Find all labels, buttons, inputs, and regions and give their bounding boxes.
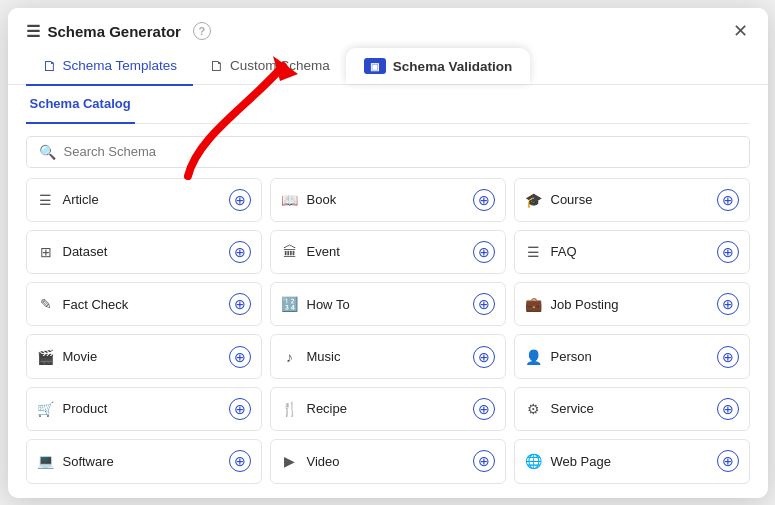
schema-card-product[interactable]: 🛒 Product ⊕ <box>26 387 262 431</box>
schema-card-left-person: 👤 Person <box>525 349 592 365</box>
book-add-button[interactable]: ⊕ <box>473 189 495 211</box>
person-add-button[interactable]: ⊕ <box>717 346 739 368</box>
course-label: Course <box>551 192 593 207</box>
schema-card-left-article: ☰ Article <box>37 192 99 208</box>
book-icon: 📖 <box>281 192 299 208</box>
job-posting-label: Job Posting <box>551 297 619 312</box>
job-posting-add-button[interactable]: ⊕ <box>717 293 739 315</box>
faq-add-button[interactable]: ⊕ <box>717 241 739 263</box>
product-icon: 🛒 <box>37 401 55 417</box>
search-icon: 🔍 <box>39 144 56 160</box>
schema-card-event[interactable]: 🏛 Event ⊕ <box>270 230 506 274</box>
course-icon: 🎓 <box>525 192 543 208</box>
help-icon[interactable]: ? <box>193 22 211 40</box>
music-icon: ♪ <box>281 349 299 365</box>
movie-add-button[interactable]: ⊕ <box>229 346 251 368</box>
schema-card-left-software: 💻 Software <box>37 453 114 469</box>
software-icon: 💻 <box>37 453 55 469</box>
close-button[interactable]: ✕ <box>731 22 750 40</box>
schema-card-how-to[interactable]: 🔢 How To ⊕ <box>270 282 506 326</box>
tab-schema-templates[interactable]: 🗋 Schema Templates <box>26 47 194 86</box>
schema-card-left-how-to: 🔢 How To <box>281 296 350 312</box>
search-bar[interactable]: 🔍 <box>26 136 750 168</box>
schema-card-left-recipe: 🍴 Recipe <box>281 401 347 417</box>
service-icon: ⚙ <box>525 401 543 417</box>
modal-title-text: Schema Generator <box>48 23 181 40</box>
dataset-icon: ⊞ <box>37 244 55 260</box>
schema-card-left-book: 📖 Book <box>281 192 337 208</box>
schema-templates-icon: 🗋 <box>42 57 57 74</box>
movie-icon: 🎬 <box>37 349 55 365</box>
schema-card-dataset[interactable]: ⊞ Dataset ⊕ <box>26 230 262 274</box>
service-add-button[interactable]: ⊕ <box>717 398 739 420</box>
modal-title: ☰ Schema Generator ? <box>26 22 211 41</box>
course-add-button[interactable]: ⊕ <box>717 189 739 211</box>
schema-card-fact-check[interactable]: ✎ Fact Check ⊕ <box>26 282 262 326</box>
schema-validation-label: Schema Validation <box>393 59 512 74</box>
schema-validation-icon: ▣ <box>364 58 386 74</box>
modal-header: ☰ Schema Generator ? ✕ <box>8 8 768 41</box>
software-add-button[interactable]: ⊕ <box>229 450 251 472</box>
schema-card-left-service: ⚙ Service <box>525 401 594 417</box>
schema-card-music[interactable]: ♪ Music ⊕ <box>270 334 506 378</box>
fact-check-add-button[interactable]: ⊕ <box>229 293 251 315</box>
schema-generator-icon: ☰ <box>26 22 40 41</box>
how-to-icon: 🔢 <box>281 296 299 312</box>
catalog-section: Schema Catalog <box>8 85 768 124</box>
recipe-label: Recipe <box>307 401 347 416</box>
recipe-add-button[interactable]: ⊕ <box>473 398 495 420</box>
schema-card-left-faq: ☰ FAQ <box>525 244 577 260</box>
event-add-button[interactable]: ⊕ <box>473 241 495 263</box>
schema-card-left-web-page: 🌐 Web Page <box>525 453 611 469</box>
catalog-tab[interactable]: Schema Catalog <box>26 85 135 124</box>
event-icon: 🏛 <box>281 244 299 260</box>
schema-generator-modal: ☰ Schema Generator ? ✕ 🗋 Schema Template… <box>8 8 768 498</box>
article-icon: ☰ <box>37 192 55 208</box>
tab-schema-validation[interactable]: ▣ Schema Validation <box>346 48 530 84</box>
product-add-button[interactable]: ⊕ <box>229 398 251 420</box>
schema-card-left-job-posting: 💼 Job Posting <box>525 296 619 312</box>
web-page-add-button[interactable]: ⊕ <box>717 450 739 472</box>
service-label: Service <box>551 401 594 416</box>
schema-card-service[interactable]: ⚙ Service ⊕ <box>514 387 750 431</box>
schema-card-course[interactable]: 🎓 Course ⊕ <box>514 178 750 222</box>
article-label: Article <box>63 192 99 207</box>
schema-card-movie[interactable]: 🎬 Movie ⊕ <box>26 334 262 378</box>
search-input[interactable] <box>64 144 737 159</box>
schema-grid: ☰ Article ⊕ 📖 Book ⊕ 🎓 Course ⊕ ⊞ Datase… <box>8 178 768 498</box>
how-to-add-button[interactable]: ⊕ <box>473 293 495 315</box>
schema-card-left-fact-check: ✎ Fact Check <box>37 296 129 312</box>
schema-card-job-posting[interactable]: 💼 Job Posting ⊕ <box>514 282 750 326</box>
schema-card-book[interactable]: 📖 Book ⊕ <box>270 178 506 222</box>
schema-card-recipe[interactable]: 🍴 Recipe ⊕ <box>270 387 506 431</box>
schema-card-person[interactable]: 👤 Person ⊕ <box>514 334 750 378</box>
web-page-label: Web Page <box>551 454 611 469</box>
dataset-label: Dataset <box>63 244 108 259</box>
movie-label: Movie <box>63 349 98 364</box>
schema-card-left-movie: 🎬 Movie <box>37 349 98 365</box>
video-add-button[interactable]: ⊕ <box>473 450 495 472</box>
person-label: Person <box>551 349 592 364</box>
fact-check-icon: ✎ <box>37 296 55 312</box>
video-icon: ▶ <box>281 453 299 469</box>
tabs-row: 🗋 Schema Templates 🗋 Custom Schema ▣ Sch… <box>8 47 768 86</box>
tab-custom-schema[interactable]: 🗋 Custom Schema <box>193 47 346 86</box>
schema-card-software[interactable]: 💻 Software ⊕ <box>26 439 262 483</box>
music-label: Music <box>307 349 341 364</box>
schema-card-left-music: ♪ Music <box>281 349 341 365</box>
schema-card-video[interactable]: ▶ Video ⊕ <box>270 439 506 483</box>
music-add-button[interactable]: ⊕ <box>473 346 495 368</box>
schema-card-web-page[interactable]: 🌐 Web Page ⊕ <box>514 439 750 483</box>
software-label: Software <box>63 454 114 469</box>
schema-card-left-video: ▶ Video <box>281 453 340 469</box>
catalog-tab-row: Schema Catalog <box>26 85 750 124</box>
custom-schema-icon: 🗋 <box>209 57 224 74</box>
schema-card-article[interactable]: ☰ Article ⊕ <box>26 178 262 222</box>
schema-card-left-course: 🎓 Course <box>525 192 593 208</box>
article-add-button[interactable]: ⊕ <box>229 189 251 211</box>
schema-card-left-product: 🛒 Product <box>37 401 108 417</box>
faq-label: FAQ <box>551 244 577 259</box>
job-posting-icon: 💼 <box>525 296 543 312</box>
schema-card-faq[interactable]: ☰ FAQ ⊕ <box>514 230 750 274</box>
dataset-add-button[interactable]: ⊕ <box>229 241 251 263</box>
